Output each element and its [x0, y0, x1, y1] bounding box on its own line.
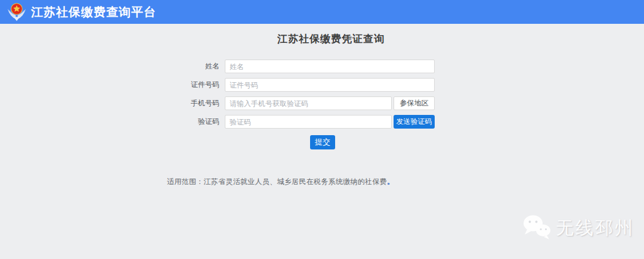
- page-title: 江苏社保缴费凭证查询: [9, 32, 644, 46]
- phone-row: 手机号码 参保地区: [185, 96, 435, 110]
- id-number-label: 证件号码: [185, 80, 219, 90]
- captcha-label: 验证码: [185, 117, 219, 127]
- submit-button[interactable]: 提交: [310, 135, 335, 149]
- name-label: 姓名: [185, 61, 219, 71]
- phone-input[interactable]: [225, 96, 392, 110]
- app-header: 江苏社保缴费查询平台: [0, 0, 644, 24]
- name-row: 姓名: [185, 60, 435, 73]
- send-code-button[interactable]: 发送验证码: [394, 115, 435, 129]
- page-canvas: 江苏社保缴费查询平台 江苏社保缴费凭证查询 姓名 证件号码 手机号码 参保地区 …: [0, 0, 644, 259]
- watermark-text: 无线邳州: [556, 216, 634, 241]
- submit-row: 提交: [185, 135, 435, 149]
- name-input[interactable]: [225, 60, 435, 73]
- china-tax-emblem-icon: [7, 2, 27, 21]
- query-form: 姓名 证件号码 手机号码 参保地区 验证码 发送验证码 提交: [185, 60, 435, 154]
- watermark: 无线邳州: [522, 214, 634, 242]
- phone-label: 手机号码: [185, 98, 219, 108]
- insured-region-select[interactable]: 参保地区: [394, 96, 435, 110]
- id-number-input[interactable]: [225, 78, 435, 92]
- scope-note-text: 适用范围：江苏省灵活就业人员、城乡居民在税务系统缴纳的社保费: [167, 177, 387, 186]
- scope-note: 适用范围：江苏省灵活就业人员、城乡居民在税务系统缴纳的社保费。: [167, 177, 394, 187]
- app-title: 江苏社保缴费查询平台: [31, 4, 156, 20]
- scope-note-period: 。: [387, 177, 394, 186]
- wechat-icon: [522, 214, 551, 242]
- captcha-input[interactable]: [225, 115, 392, 129]
- captcha-row: 验证码 发送验证码: [185, 115, 435, 129]
- id-number-row: 证件号码: [185, 78, 435, 92]
